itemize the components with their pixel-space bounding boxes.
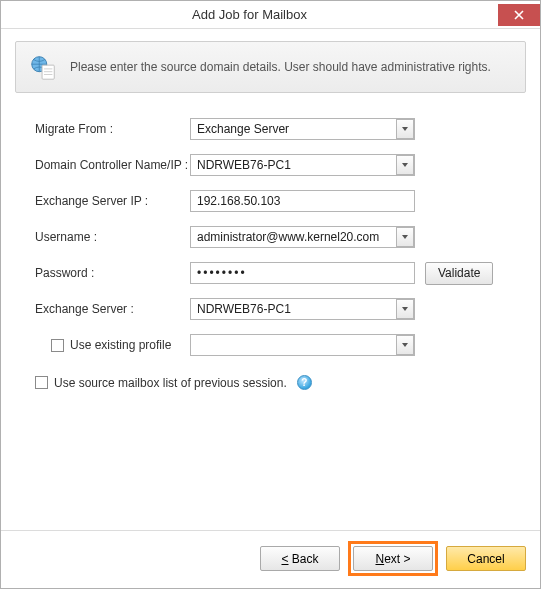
username-combo[interactable] xyxy=(190,226,415,248)
dialog-window: Add Job for Mailbox Please enter the sou… xyxy=(0,0,541,589)
close-button[interactable] xyxy=(498,4,540,26)
help-icon[interactable]: ? xyxy=(297,375,312,390)
form: Migrate From : Domain Controller Name/IP… xyxy=(15,117,526,390)
use-existing-profile-label: Use existing profile xyxy=(70,338,171,352)
field-exchange-server xyxy=(190,298,415,320)
row-exchange-ip: Exchange Server IP : xyxy=(35,189,506,213)
field-domain-controller xyxy=(190,154,415,176)
titlebar: Add Job for Mailbox xyxy=(1,1,540,29)
globe-document-icon xyxy=(28,52,58,82)
row-domain-controller: Domain Controller Name/IP : xyxy=(35,153,506,177)
label-domain-controller: Domain Controller Name/IP : xyxy=(35,158,190,172)
row-username: Username : xyxy=(35,225,506,249)
password-input[interactable] xyxy=(190,262,415,284)
exchange-server-dropdown-button[interactable] xyxy=(396,299,414,319)
back-button[interactable]: < Back xyxy=(260,546,340,571)
migrate-from-dropdown-button[interactable] xyxy=(396,119,414,139)
validate-button[interactable]: Validate xyxy=(425,262,493,285)
use-source-session-checkbox[interactable] xyxy=(35,376,48,389)
close-icon xyxy=(514,10,524,20)
row-use-existing-profile: Use existing profile xyxy=(35,333,506,357)
use-existing-profile-group: Use existing profile xyxy=(35,338,190,352)
use-existing-profile-checkbox[interactable] xyxy=(51,339,64,352)
label-migrate-from: Migrate From : xyxy=(35,122,190,136)
info-text: Please enter the source domain details. … xyxy=(70,59,491,75)
exchange-ip-input[interactable] xyxy=(190,190,415,212)
use-source-session-label: Use source mailbox list of previous sess… xyxy=(54,376,287,390)
window-title: Add Job for Mailbox xyxy=(1,7,498,22)
domain-controller-combo[interactable] xyxy=(190,154,415,176)
next-button-highlight: Next > xyxy=(348,541,438,576)
domain-controller-dropdown-button[interactable] xyxy=(396,155,414,175)
row-exchange-server: Exchange Server : xyxy=(35,297,506,321)
field-migrate-from xyxy=(190,118,415,140)
existing-profile-dropdown-button[interactable] xyxy=(396,335,414,355)
next-button[interactable]: Next > xyxy=(353,546,433,571)
row-migrate-from: Migrate From : xyxy=(35,117,506,141)
footer: < Back Next > Cancel xyxy=(1,530,540,588)
field-username xyxy=(190,226,415,248)
migrate-from-combo[interactable] xyxy=(190,118,415,140)
field-exchange-ip xyxy=(190,190,415,212)
label-password: Password : xyxy=(35,266,190,280)
cancel-button[interactable]: Cancel xyxy=(446,546,526,571)
info-panel: Please enter the source domain details. … xyxy=(15,41,526,93)
row-use-source-session: Use source mailbox list of previous sess… xyxy=(35,375,506,390)
label-exchange-server: Exchange Server : xyxy=(35,302,190,316)
label-username: Username : xyxy=(35,230,190,244)
field-existing-profile xyxy=(190,334,415,356)
exchange-server-combo[interactable] xyxy=(190,298,415,320)
username-dropdown-button[interactable] xyxy=(396,227,414,247)
existing-profile-combo[interactable] xyxy=(190,334,415,356)
content-area: Please enter the source domain details. … xyxy=(1,29,540,530)
row-password: Password : Validate xyxy=(35,261,506,285)
field-password xyxy=(190,262,415,284)
label-exchange-ip: Exchange Server IP : xyxy=(35,194,190,208)
